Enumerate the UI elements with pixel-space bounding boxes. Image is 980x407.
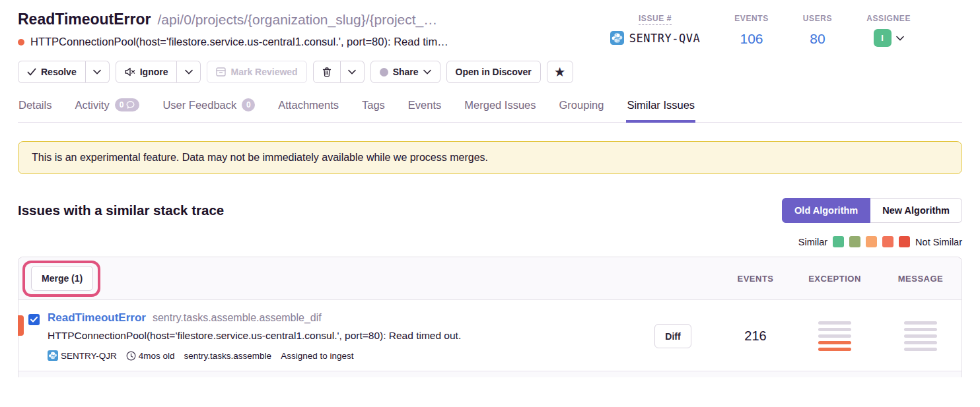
badge-count: 0 — [120, 100, 124, 110]
tab-label: Attachments — [278, 99, 339, 111]
tab-label: Activity — [75, 99, 109, 111]
experimental-feature-banner: This is an experimental feature. Data ma… — [18, 141, 962, 174]
events-count[interactable]: 106 — [734, 31, 769, 47]
users-count[interactable]: 80 — [803, 31, 832, 47]
user-feedback-count-badge: 0 — [242, 98, 255, 111]
issue-header-left: ReadTimeoutError /api/0/projects/{organi… — [18, 11, 448, 48]
tab-label: User Feedback — [162, 99, 236, 111]
similar-issues-section-header: Issues with a similar stack trace Old Al… — [18, 198, 962, 223]
mute-icon — [125, 67, 135, 77]
section-heading: Issues with a similar stack trace — [18, 203, 224, 218]
row-content: ReadTimeoutError sentry.tasks.assemble.a… — [48, 311, 461, 361]
open-in-discover-label: Open in Discover — [456, 67, 532, 77]
color-swatch — [899, 236, 910, 247]
issue-title: ReadTimeoutError — [18, 11, 151, 28]
issue-title-line: ReadTimeoutError /api/0/projects/{organi… — [18, 11, 448, 28]
tab-details[interactable]: Details — [18, 94, 52, 123]
color-swatch — [882, 236, 893, 247]
tab-merged-issues[interactable]: Merged Issues — [464, 94, 536, 123]
share-label: Share — [393, 67, 419, 77]
row-short-id-text: SENTRY-QJR — [61, 351, 117, 361]
issue-subtitle-line: HTTPConnectionPool(host='filestore.servi… — [18, 36, 448, 48]
tab-label: Tags — [362, 99, 385, 111]
table-column-headers: EVENTS EXCEPTION MESSAGE — [623, 274, 960, 284]
bookmark-star-button[interactable]: ★ — [547, 61, 573, 83]
share-button[interactable]: Share — [370, 61, 440, 83]
color-swatch — [818, 341, 851, 344]
row-issue-title-link[interactable]: ReadTimeoutError — [48, 311, 146, 325]
mark-reviewed-button[interactable]: Mark Reviewed — [207, 61, 306, 83]
users-label: USERS — [803, 14, 832, 23]
tab-user-feedback[interactable]: User Feedback 0 — [162, 94, 256, 123]
ignore-label: Ignore — [140, 67, 168, 77]
archive-icon — [216, 67, 226, 77]
issue-transaction-path: /api/0/projects/{organization_slug}/{pro… — [158, 12, 438, 28]
tab-label: Events — [408, 99, 441, 111]
stat-events: EVENTS 106 — [734, 12, 769, 48]
resolve-dropdown-button[interactable] — [86, 61, 110, 83]
trash-icon — [322, 67, 332, 77]
issue-id-label: ISSUE # — [639, 14, 672, 25]
stat-assignee: ASSIGNEE I — [866, 12, 911, 48]
chevron-down-icon — [423, 69, 431, 75]
row-metadata: SENTRY-QJR 4mos old sentry.tasks.assembl… — [48, 350, 461, 361]
color-swatch — [904, 341, 937, 344]
ignore-button-group: Ignore — [116, 61, 201, 83]
color-swatch — [866, 236, 877, 247]
assignee-selector[interactable]: I — [866, 29, 911, 47]
ignore-dropdown-button[interactable] — [177, 61, 201, 83]
stat-users: USERS 80 — [803, 12, 832, 48]
issue-toolbar: Resolve Ignore Mark Reviewed — [18, 61, 980, 83]
open-in-discover-button[interactable]: Open in Discover — [446, 61, 541, 83]
row-message: HTTPConnectionPool(host='filestore.servi… — [48, 330, 461, 342]
panel-header: Merge (1) EVENTS EXCEPTION MESSAGE — [18, 257, 962, 300]
activity-count-badge: 0 — [115, 98, 140, 111]
similar-issues-panel: Merge (1) EVENTS EXCEPTION MESSAGE ReadT… — [18, 257, 962, 377]
column-events: EVENTS — [737, 274, 773, 284]
row-task: sentry.tasks.assemble — [184, 351, 272, 361]
old-algorithm-button[interactable]: Old Algorithm — [782, 198, 870, 223]
legend-similar-label: Similar — [798, 237, 827, 247]
diff-button[interactable]: Diff — [654, 324, 691, 348]
tab-similar-issues[interactable]: Similar Issues — [626, 94, 695, 123]
row-assignment: Assigned to ingest — [281, 351, 353, 361]
chevron-down-icon — [93, 69, 101, 75]
color-swatch — [904, 321, 937, 325]
issue-id-value[interactable]: SENTRY-QVA — [610, 31, 700, 45]
exception-similarity-bars — [818, 321, 851, 351]
resolve-button[interactable]: Resolve — [18, 61, 86, 83]
similar-issue-row: ReadTimeoutError sentry.tasks.assemble.a… — [18, 300, 962, 371]
color-swatch — [849, 236, 860, 247]
color-swatch — [818, 328, 851, 331]
chevron-down-icon — [185, 69, 193, 75]
tab-events[interactable]: Events — [407, 94, 442, 123]
issue-stats: ISSUE # SENTRY-QVA EVENTS 106 USERS 80 A… — [610, 12, 911, 48]
row-age-text: 4mos old — [139, 351, 175, 361]
color-swatch — [818, 321, 851, 325]
new-algorithm-button[interactable]: New Algorithm — [870, 198, 962, 223]
tab-label: Grouping — [559, 99, 604, 111]
resolve-button-group: Resolve — [18, 61, 110, 83]
ignore-button[interactable]: Ignore — [116, 61, 178, 83]
stat-issue-id: ISSUE # SENTRY-QVA — [610, 12, 700, 48]
assignee-avatar[interactable]: I — [874, 29, 892, 47]
row-right-columns: Diff 216 — [623, 321, 960, 351]
row-events-count: 216 — [744, 329, 766, 344]
tab-grouping[interactable]: Grouping — [559, 94, 605, 123]
clock-icon — [126, 351, 136, 361]
tab-activity[interactable]: Activity 0 — [74, 94, 140, 123]
python-icon — [48, 350, 58, 361]
delete-button[interactable] — [313, 61, 341, 83]
algorithm-toggle: Old Algorithm New Algorithm — [782, 198, 962, 223]
check-icon — [30, 317, 38, 323]
chevron-down-icon — [348, 69, 356, 75]
tab-tags[interactable]: Tags — [361, 94, 386, 123]
merge-button[interactable]: Merge (1) — [31, 266, 93, 291]
row-checkbox[interactable] — [28, 314, 40, 325]
resolve-label: Resolve — [41, 67, 77, 77]
star-icon: ★ — [555, 67, 565, 78]
tab-attachments[interactable]: Attachments — [277, 94, 339, 123]
delete-dropdown-button[interactable] — [341, 61, 365, 83]
issue-header: ReadTimeoutError /api/0/projects/{organi… — [0, 0, 980, 48]
check-icon — [27, 68, 36, 76]
